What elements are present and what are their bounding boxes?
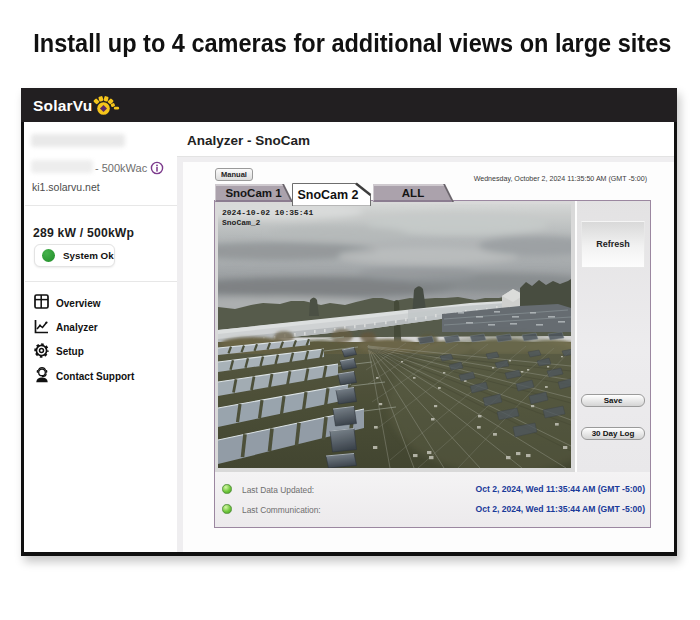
svg-text:SnoCam 2: SnoCam 2 (297, 188, 358, 202)
